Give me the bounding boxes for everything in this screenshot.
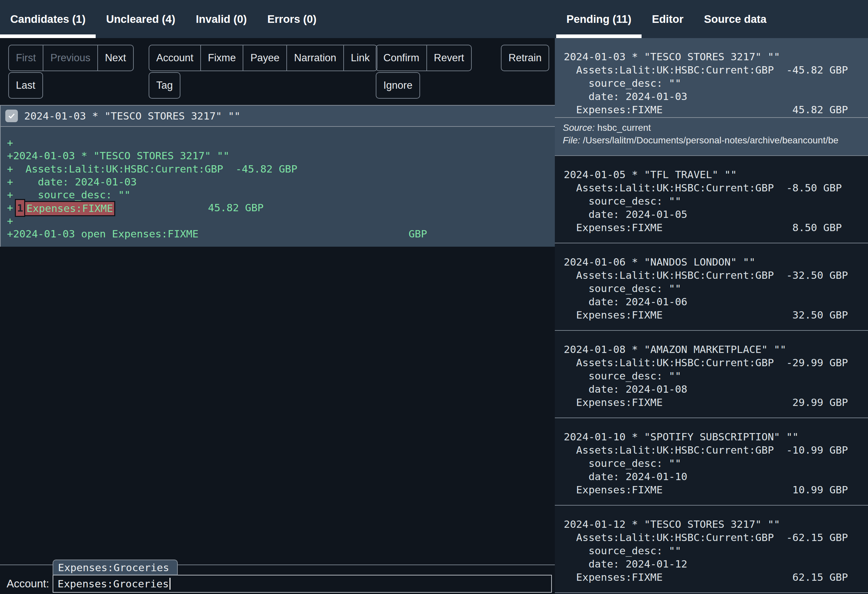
pending-entry-6[interactable]: 2024-01-12 * "TESCO STORES 3217" "" Asse… [555, 505, 868, 593]
tab-left-0[interactable]: Candidates (1) [0, 0, 96, 38]
confirm-button[interactable]: Confirm [376, 45, 427, 71]
narration-button[interactable]: Narration [286, 45, 344, 71]
source-label: Source: [563, 123, 595, 133]
pending-entry-text: 2024-01-08 * "AMAZON MARKETPLACE" "" Ass… [555, 331, 868, 418]
tab-right-2[interactable]: Source data [694, 0, 777, 38]
link-button[interactable]: Link [343, 45, 377, 71]
previous-button[interactable]: Previous [43, 45, 98, 71]
pending-entry-text: 2024-01-12 * "TESCO STORES 3217" "" Asse… [555, 505, 868, 593]
tab-left-3[interactable]: Errors (0) [257, 0, 327, 38]
right-tabbar: Pending (11)EditorSource data [555, 0, 868, 38]
nav-button-group-row2: Last [8, 72, 43, 99]
file-value: /Users/lalitm/Documents/personal-notes/a… [583, 135, 838, 145]
next-button[interactable]: Next [97, 45, 134, 71]
pending-entry-3[interactable]: 2024-01-06 * "NANDOS LONDON" "" Assets:L… [555, 243, 868, 331]
candidate-diff: + +2024-01-03 * "TESCO STORES 3217" "" +… [0, 127, 555, 247]
account-input[interactable]: Expenses:Groceries [53, 575, 552, 593]
source-line: Source: hsbc_current [563, 121, 868, 134]
transform-button-group: AccountFixmePayeeNarrationLink [149, 45, 377, 71]
tag-button[interactable]: Tag [149, 72, 180, 99]
nav-button-group: FirstPreviousNext [8, 45, 134, 71]
retrain-button[interactable]: Retrain [501, 45, 549, 71]
account-autocomplete: Expenses:Groceries [53, 560, 178, 575]
toolbar: FirstPreviousNext AccountFixmePayeeNarra… [0, 38, 555, 105]
candidate-checkbox[interactable] [5, 109, 18, 122]
retrain-button-group: Retrain [501, 45, 549, 71]
left-panel: Candidates (1)Uncleared (4)Invalid (0)Er… [0, 0, 555, 594]
tab-left-2[interactable]: Invalid (0) [185, 0, 257, 38]
revert-button[interactable]: Revert [427, 45, 472, 71]
tab-right-1[interactable]: Editor [642, 0, 694, 38]
right-panel: Pending (11)EditorSource data 2024-01-03… [555, 0, 868, 594]
action-button-group: ConfirmRevert [376, 45, 472, 71]
pending-entry-4[interactable]: 2024-01-08 * "AMAZON MARKETPLACE" "" Ass… [555, 331, 868, 418]
candidate-title: 2024-01-03 * "TESCO STORES 3217" "" [24, 110, 240, 122]
pending-entries: 2024-01-05 * "TFL TRAVEL" "" Assets:Lali… [555, 156, 868, 593]
pending-list: 2024-01-03 * "TESCO STORES 3217" "" Asse… [555, 38, 868, 593]
text-cursor [170, 578, 170, 590]
pending-entry-text: 2024-01-05 * "TFL TRAVEL" "" Assets:Lali… [555, 156, 868, 243]
ignore-button[interactable]: Ignore [376, 72, 420, 99]
source-info: Source: hsbc_current File: /Users/lalitm… [555, 118, 868, 155]
left-tabbar: Candidates (1)Uncleared (4)Invalid (0)Er… [0, 0, 555, 38]
last-button[interactable]: Last [8, 72, 43, 99]
account-input-value: Expenses:Groceries [58, 578, 169, 590]
source-value: hsbc_current [597, 123, 651, 133]
file-line: File: /Users/lalitm/Documents/personal-n… [563, 134, 868, 147]
pending-entry-text: 2024-01-06 * "NANDOS LONDON" "" Assets:L… [555, 243, 868, 330]
action-button-group-row2: Ignore [376, 72, 420, 99]
first-button[interactable]: First [8, 45, 43, 71]
payee-button[interactable]: Payee [243, 45, 287, 71]
shortcut-key-badge: 1 [15, 199, 25, 217]
tab-right-0[interactable]: Pending (11) [556, 0, 642, 38]
candidate-section: 2024-01-03 * "TESCO STORES 3217" "" + +2… [0, 105, 555, 247]
file-label: File: [563, 135, 580, 145]
autocomplete-item[interactable]: Expenses:Groceries [58, 561, 169, 573]
account-button[interactable]: Account [149, 45, 201, 71]
candidate-header: 2024-01-03 * "TESCO STORES 3217" "" [0, 105, 555, 127]
pending-entry-text: 2024-01-03 * "TESCO STORES 3217" "" Asse… [555, 38, 868, 116]
tab-left-1[interactable]: Uncleared (4) [96, 0, 185, 38]
fixme-button[interactable]: Fixme [200, 45, 243, 71]
check-icon [7, 112, 16, 120]
pending-entry-5[interactable]: 2024-01-10 * "SPOTIFY SUBSCRIPTION" "" A… [555, 418, 868, 505]
pending-entry-2[interactable]: 2024-01-05 * "TFL TRAVEL" "" Assets:Lali… [555, 156, 868, 243]
account-label: Account: [7, 578, 49, 590]
fixme-account-highlight[interactable]: Expenses:FIXME [24, 201, 115, 216]
pending-entry-text: 2024-01-10 * "SPOTIFY SUBSCRIPTION" "" A… [555, 418, 868, 505]
transform-button-group-row2: Tag [149, 72, 180, 99]
pending-entry-selected[interactable]: 2024-01-03 * "TESCO STORES 3217" "" Asse… [555, 38, 868, 156]
